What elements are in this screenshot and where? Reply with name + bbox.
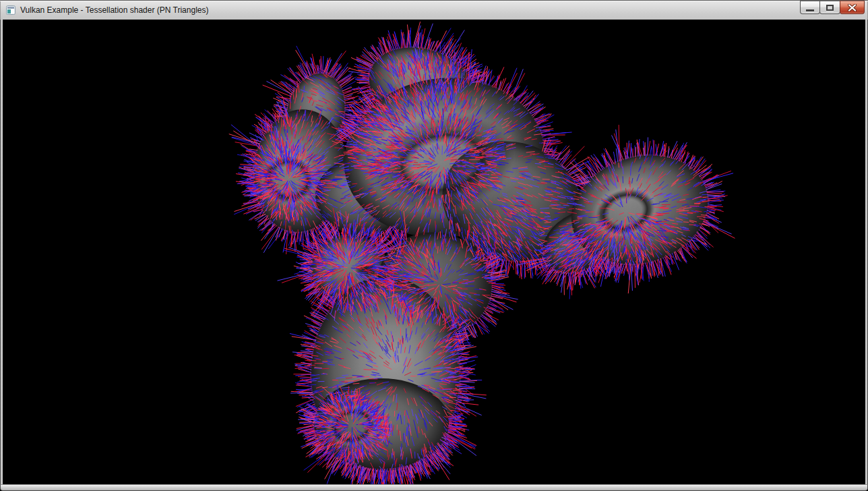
close-icon xyxy=(848,4,857,11)
window-title: Vulkan Example - Tessellation shader (PN… xyxy=(20,1,208,20)
maximize-icon xyxy=(826,5,834,11)
render-viewport[interactable] xyxy=(3,20,865,484)
app-window: Vulkan Example - Tessellation shader (PN… xyxy=(0,0,868,491)
minimize-button[interactable] xyxy=(800,1,820,14)
maximize-button[interactable] xyxy=(819,1,840,14)
window-controls xyxy=(801,1,865,15)
title-bar[interactable]: Vulkan Example - Tessellation shader (PN… xyxy=(0,0,868,20)
window-frame-right xyxy=(865,20,868,484)
vulkan-app-icon[interactable] xyxy=(6,5,16,15)
window-frame-left xyxy=(0,20,3,484)
client-area xyxy=(3,20,865,484)
minimize-icon xyxy=(806,9,814,11)
window-frame-bottom xyxy=(0,484,868,491)
close-button[interactable] xyxy=(840,1,865,14)
